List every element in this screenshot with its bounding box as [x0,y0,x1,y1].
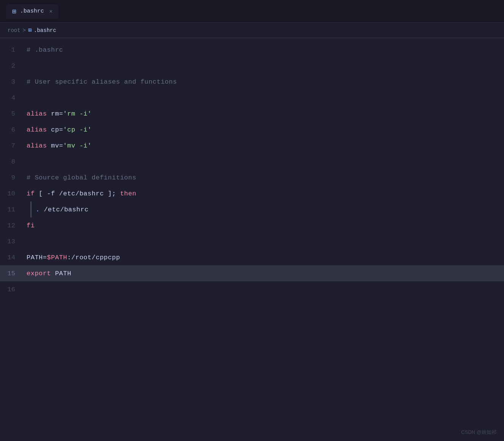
line-number-1: 1 [0,46,23,54]
line-15: 15 export PATH [0,265,504,281]
line-number-9: 9 [0,174,23,181]
watermark: CSDN @姬如祁 [461,429,496,436]
line-13: 13 [0,233,504,249]
line-number-11: 11 [0,206,23,213]
line-4: 4 [0,90,504,106]
line-2: 2 [0,58,504,74]
breadcrumb: root > ⊞ .bashrc [0,23,504,38]
line-number-5: 5 [0,110,23,117]
line-16: 16 [0,281,504,297]
line-number-10: 10 [0,190,23,197]
line-11: 11 . /etc/bashrc [0,201,504,217]
line-9: 9 # Source global definitions [0,170,504,186]
line-content-10: if [ -f /etc/bashrc ]; then [23,190,504,197]
line-5: 5 alias rm='rm -i' [0,106,504,122]
line-content-5: alias rm='rm -i' [23,110,504,117]
breadcrumb-filename: .bashrc [34,27,56,33]
line-number-3: 3 [0,78,23,86]
line-6: 6 alias cp='cp -i' [0,122,504,138]
file-icon: ⊞ [12,7,16,16]
line-content-1: # .bashrc [23,46,504,54]
tab-close-button[interactable]: ✕ [49,8,52,14]
line-number-13: 13 [0,238,23,245]
line-content-6: alias cp='cp -i' [23,126,504,133]
line-content-9: # Source global definitions [23,174,504,181]
line-number-2: 2 [0,62,23,70]
line-3: 3 # User specific aliases and functions [0,74,504,90]
line-12: 12 fi [0,217,504,233]
tab-title: .bashrc [20,8,44,14]
line-content-7: alias mv='mv -i' [23,142,504,149]
breadcrumb-root: root [8,27,21,33]
breadcrumb-separator: > [23,27,26,33]
line-number-14: 14 [0,254,23,261]
line-10: 10 if [ -f /etc/bashrc ]; then [0,186,504,201]
line-number-6: 6 [0,126,23,133]
line-7: 7 alias mv='mv -i' [0,138,504,154]
file-tab[interactable]: ⊞ .bashrc ✕ [6,4,58,19]
code-editor[interactable]: 1 # .bashrc 2 3 # User specific aliases … [0,38,504,301]
line-number-12: 12 [0,222,23,229]
line-number-16: 16 [0,286,23,293]
line-number-15: 15 [0,270,23,277]
line-number-7: 7 [0,142,23,149]
line-8: 8 [0,154,504,170]
line-1: 1 # .bashrc [0,42,504,58]
breadcrumb-file-icon: ⊞ [28,27,32,34]
line-number-4: 4 [0,94,23,102]
line-content-15: export PATH [23,270,504,277]
title-bar: ⊞ .bashrc ✕ [0,0,504,23]
line-number-8: 8 [0,158,23,165]
line-content-11: . /etc/bashrc [23,206,504,213]
line-content-12: fi [23,222,504,229]
line-content-14: PATH=$PATH:/root/cppcpp [23,254,504,261]
line-content-3: # User specific aliases and functions [23,78,504,86]
line-14: 14 PATH=$PATH:/root/cppcpp [0,249,504,265]
